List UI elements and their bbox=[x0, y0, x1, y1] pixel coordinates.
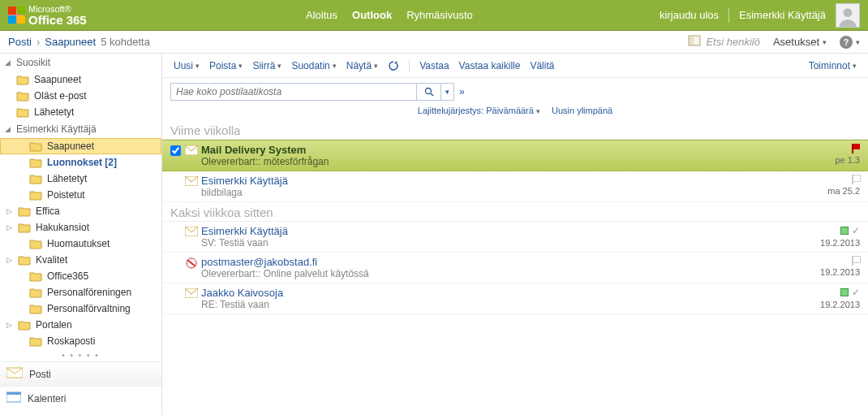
search-scope-dropdown[interactable]: ▾ bbox=[440, 84, 453, 100]
sidebar-folder-item[interactable]: Office365 bbox=[0, 268, 161, 284]
main-area: ◢ Suosikit SaapuneetOläst e-postLähetety… bbox=[0, 54, 868, 415]
sort-label: Lajittelujärjestys: bbox=[418, 106, 483, 115]
sidebar-folder-item[interactable]: Lähetetyt bbox=[0, 171, 161, 187]
sidebar-folder-item[interactable]: Personalföreningen bbox=[0, 284, 161, 300]
message-from: postmaster@jakobstad.fi bbox=[201, 256, 803, 268]
message-subject: Olevererbart:: Online palvelut käytössä bbox=[201, 268, 803, 279]
message-from: Esimerkki Käyttäjä bbox=[201, 225, 803, 237]
sort-field-button[interactable]: Päivämäärä ▾ bbox=[486, 106, 540, 115]
breadcrumb-folder[interactable]: Saapuneet bbox=[45, 36, 96, 48]
more-folders[interactable]: • • • • • bbox=[0, 349, 161, 361]
nav-rail-calendar[interactable]: Kalenteri bbox=[0, 386, 161, 410]
message-row[interactable]: Mail Delivery SystemOlevererbart:: mötes… bbox=[162, 140, 868, 171]
completed-check-icon: ✓ bbox=[852, 225, 860, 236]
sidebar-folder-item[interactable]: Poistetut bbox=[0, 187, 161, 203]
avatar[interactable] bbox=[836, 3, 860, 28]
message-row[interactable]: Esimerkki Käyttäjäbildbilagama 25.2 bbox=[162, 171, 868, 202]
actions-button[interactable]: Toiminnot▾ bbox=[806, 58, 860, 73]
settings-label: Asetukset bbox=[773, 36, 819, 48]
username-label[interactable]: Esimerkki Käyttäjä bbox=[739, 9, 826, 21]
sidebar-folder-item[interactable]: ▷Portalen bbox=[0, 317, 161, 333]
folder-label: Roskaposti bbox=[47, 335, 95, 347]
search-button[interactable] bbox=[416, 84, 440, 100]
folder-icon bbox=[29, 173, 42, 184]
sidebar-favorite-item[interactable]: Saapuneet bbox=[0, 71, 161, 88]
folder-label: Personalförvaltning bbox=[47, 303, 131, 314]
sidebar-favorite-item[interactable]: Lähetetyt bbox=[0, 104, 161, 120]
new-button[interactable]: Uusi▾ bbox=[170, 58, 203, 73]
nav-rail-mail[interactable]: Posti bbox=[0, 361, 161, 386]
message-flags bbox=[852, 144, 860, 153]
sidebar-favorite-item[interactable]: Oläst e-post bbox=[0, 88, 161, 104]
flag-icon[interactable] bbox=[852, 256, 860, 266]
folder-label: Personalföreningen bbox=[47, 287, 131, 298]
envelope-icon bbox=[185, 288, 198, 300]
replyall-button[interactable]: Vastaa kaikille bbox=[456, 58, 524, 73]
favorites-header[interactable]: ◢ Suosikit bbox=[0, 54, 161, 71]
breadcrumb: Posti › Saapuneet 5 kohdetta bbox=[8, 36, 150, 48]
message-row[interactable]: postmaster@jakobstad.fiOlevererbart:: On… bbox=[162, 253, 868, 283]
settings-menu[interactable]: Asetukset ▾ bbox=[773, 36, 827, 48]
expand-icon: ▷ bbox=[5, 223, 13, 231]
filter-button[interactable]: Suodatin▾ bbox=[288, 58, 339, 73]
folder-label: Lähetetyt bbox=[47, 173, 87, 184]
breadcrumb-count: 5 kohdetta bbox=[101, 36, 150, 48]
message-toolbar: Uusi▾ Poista▾ Siirrä▾ Suodatin▾ Näytä▾ V… bbox=[162, 54, 868, 78]
folder-icon bbox=[29, 270, 42, 282]
sidebar-folder-item[interactable]: Roskaposti bbox=[0, 333, 161, 349]
move-button[interactable]: Siirrä▾ bbox=[249, 58, 285, 73]
refresh-button[interactable] bbox=[385, 58, 402, 73]
flag-icon[interactable] bbox=[852, 144, 860, 153]
breadcrumb-root[interactable]: Posti bbox=[8, 36, 32, 48]
sidebar-folder-item[interactable]: ▷Kvalitet bbox=[0, 252, 161, 268]
delete-button[interactable]: Poista▾ bbox=[206, 58, 246, 73]
sidebar-folder-item[interactable]: Personalförvaltning bbox=[0, 300, 161, 317]
top-nav: Aloitus Outlook Ryhmäsivusto bbox=[306, 9, 473, 21]
view-button[interactable]: Näytä▾ bbox=[343, 58, 381, 73]
sidebar-folder-item[interactable]: Saapuneet bbox=[0, 138, 161, 154]
mailbox-header[interactable]: ◢ Esimerkki Käyttäjä bbox=[0, 120, 161, 138]
folder-icon bbox=[18, 319, 31, 331]
calendar-icon bbox=[6, 391, 21, 405]
message-row[interactable]: Esimerkki KäyttäjäSV: Testiä vaan✓19.2.2… bbox=[162, 222, 868, 253]
message-flags: ✓ bbox=[840, 287, 860, 298]
message-checkbox[interactable] bbox=[170, 145, 181, 156]
signout-link[interactable]: kirjaudu ulos bbox=[660, 9, 719, 21]
expand-search-icon[interactable]: » bbox=[459, 86, 465, 97]
message-row[interactable]: Jaakko KaivosojaRE: Testiä vaan✓19.2.201… bbox=[162, 283, 868, 314]
category-icon[interactable] bbox=[840, 288, 849, 296]
message-group-header[interactable]: Viime viikolla bbox=[162, 120, 868, 140]
sidebar-folder-item[interactable]: Luonnokset [2] bbox=[0, 154, 161, 171]
folder-icon bbox=[16, 90, 29, 102]
completed-check-icon: ✓ bbox=[852, 287, 860, 298]
folder-label: Portalen bbox=[36, 319, 72, 331]
forward-button[interactable]: Välitä bbox=[526, 58, 557, 73]
message-group-header[interactable]: Kaksi viikkoa sitten bbox=[162, 202, 868, 222]
nav-teamsite[interactable]: Ryhmäsivusto bbox=[406, 9, 473, 21]
find-person-input[interactable]: Etsi henkilö bbox=[688, 35, 759, 49]
sidebar-folder-item[interactable]: ▷Effica bbox=[0, 203, 161, 219]
nav-outlook[interactable]: Outlook bbox=[352, 9, 392, 21]
folder-label: Office365 bbox=[47, 270, 88, 282]
svg-line-7 bbox=[431, 93, 433, 96]
sort-order-button[interactable]: Uusin ylimpänä bbox=[552, 106, 612, 115]
svg-point-6 bbox=[425, 89, 431, 94]
folder-label: Kvalitet bbox=[36, 254, 67, 266]
sidebar-folder-item[interactable]: ▷Hakukansiot bbox=[0, 219, 161, 236]
nav-rail-mail-label: Posti bbox=[29, 369, 51, 380]
reply-button[interactable]: Vastaa bbox=[416, 58, 452, 73]
app-header: Microsoft® Office 365 Aloitus Outlook Ry… bbox=[0, 0, 868, 31]
collapse-icon: ◢ bbox=[5, 125, 13, 133]
office365-logo[interactable]: Microsoft® Office 365 bbox=[8, 5, 87, 26]
help-menu[interactable]: ? ▾ bbox=[840, 36, 860, 49]
expand-icon: ▷ bbox=[5, 321, 13, 329]
svg-point-0 bbox=[844, 8, 853, 17]
sidebar-folder-item[interactable]: Huomautukset bbox=[0, 236, 161, 252]
category-icon[interactable] bbox=[840, 227, 849, 235]
flag-icon[interactable] bbox=[852, 175, 860, 184]
message-date: 19.2.2013 bbox=[820, 267, 860, 277]
folder-label: Hakukansiot bbox=[36, 222, 89, 233]
nav-start[interactable]: Aloitus bbox=[306, 9, 337, 21]
search-input[interactable] bbox=[171, 86, 416, 97]
folder-label: Effica bbox=[36, 205, 60, 217]
